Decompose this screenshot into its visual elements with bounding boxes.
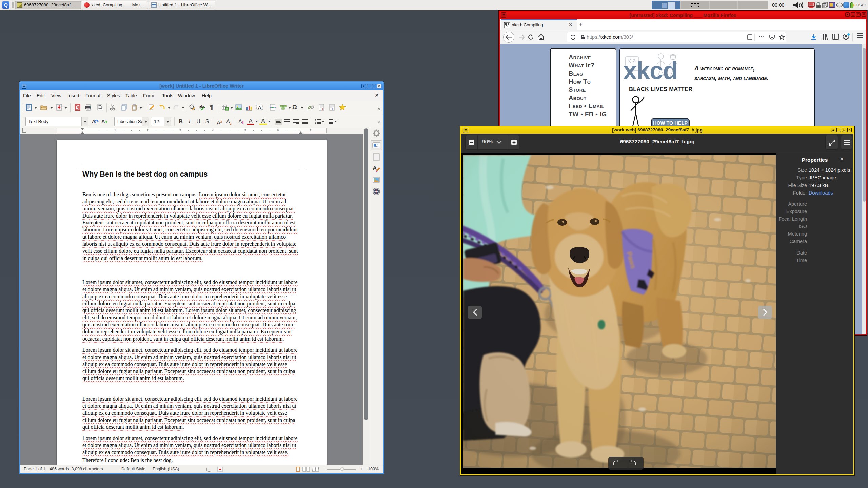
svg-text:abc: abc	[199, 105, 205, 108]
svg-text:A: A	[258, 105, 261, 110]
svg-text:A: A	[373, 165, 377, 171]
svg-text:i: i	[332, 107, 333, 111]
svg-text:A: A	[101, 119, 105, 124]
svg-text:1: 1	[322, 107, 323, 111]
svg-text:xkcd: xkcd	[623, 57, 677, 84]
